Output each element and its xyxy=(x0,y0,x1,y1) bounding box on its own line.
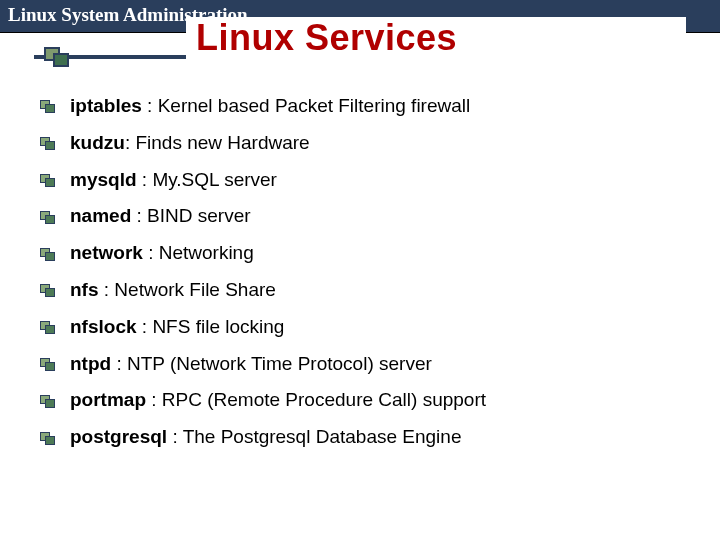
title-area: Linux Services xyxy=(0,55,720,59)
service-name: nfslock xyxy=(70,316,137,337)
square-bullet-icon xyxy=(40,137,56,149)
service-desc: : NTP (Network Time Protocol) server xyxy=(111,353,432,374)
service-desc: : My.SQL server xyxy=(137,169,277,190)
service-desc: : Network File Share xyxy=(99,279,276,300)
service-name: named xyxy=(70,205,131,226)
square-bullet-icon xyxy=(40,100,56,112)
service-desc: : BIND server xyxy=(131,205,250,226)
square-bullet-icon xyxy=(40,321,56,333)
service-name: portmap xyxy=(70,389,146,410)
square-bullet-icon xyxy=(40,248,56,260)
list-item: network : Networking xyxy=(40,242,720,265)
square-bullet-icon xyxy=(40,174,56,186)
square-bullet-icon xyxy=(40,284,56,296)
list-item: kudzu: Finds new Hardware xyxy=(40,132,720,155)
services-list: iptables : Kernel based Packet Filtering… xyxy=(40,95,720,449)
service-name: network xyxy=(70,242,143,263)
square-bullet-icon xyxy=(40,395,56,407)
list-item: nfslock : NFS file locking xyxy=(40,316,720,339)
service-desc: : The Postgresql Database Engine xyxy=(167,426,461,447)
service-name: iptables xyxy=(70,95,142,116)
service-name: mysqld xyxy=(70,169,137,190)
list-item: postgresql : The Postgresql Database Eng… xyxy=(40,426,720,449)
list-item: named : BIND server xyxy=(40,205,720,228)
list-item: mysqld : My.SQL server xyxy=(40,169,720,192)
service-desc: : Finds new Hardware xyxy=(125,132,310,153)
square-bullet-icon xyxy=(40,211,56,223)
service-desc: : Kernel based Packet Filtering firewall xyxy=(142,95,470,116)
list-item: ntpd : NTP (Network Time Protocol) serve… xyxy=(40,353,720,376)
service-desc: : Networking xyxy=(143,242,254,263)
service-name: ntpd xyxy=(70,353,111,374)
service-name: postgresql xyxy=(70,426,167,447)
square-bullet-icon xyxy=(40,432,56,444)
list-item: iptables : Kernel based Packet Filtering… xyxy=(40,95,720,118)
service-name: kudzu xyxy=(70,132,125,153)
service-desc: : NFS file locking xyxy=(137,316,285,337)
list-item: nfs : Network File Share xyxy=(40,279,720,302)
slide-title: Linux Services xyxy=(186,17,686,63)
list-item: portmap : RPC (Remote Procedure Call) su… xyxy=(40,389,720,412)
service-name: nfs xyxy=(70,279,99,300)
service-desc: : RPC (Remote Procedure Call) support xyxy=(146,389,486,410)
square-bullet-icon xyxy=(40,358,56,370)
title-bullet-icon xyxy=(44,47,70,65)
